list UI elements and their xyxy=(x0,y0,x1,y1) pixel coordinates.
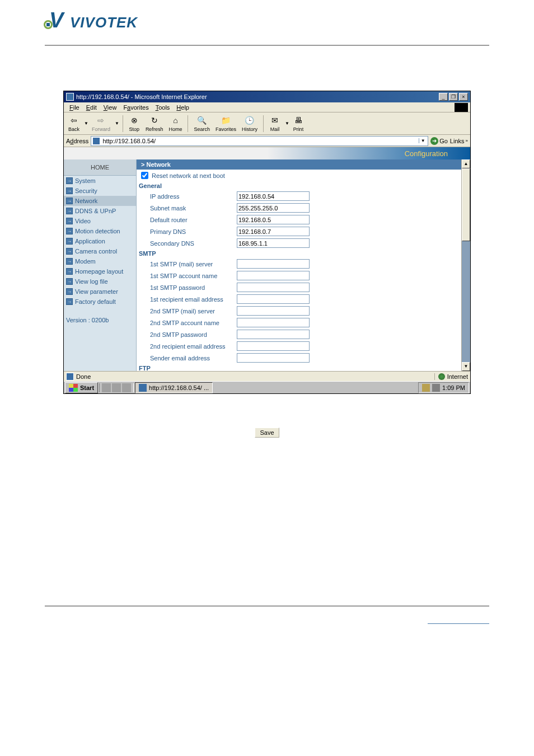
save-button[interactable]: Save xyxy=(255,428,279,438)
address-input-wrap: ▼ xyxy=(91,136,428,146)
sidebar-item-factory[interactable]: →Factory default xyxy=(64,297,136,307)
scroll-thumb[interactable] xyxy=(462,168,470,241)
sidebar-item-parameter[interactable]: →View parameter xyxy=(64,287,136,297)
logo-mark: V xyxy=(45,11,67,34)
quick-launch-icon-3[interactable] xyxy=(122,383,131,392)
secondary-dns-label: Secondary DNS xyxy=(150,240,237,247)
address-dropdown[interactable]: ▼ xyxy=(419,138,427,143)
menu-help[interactable]: Help xyxy=(173,103,193,112)
sidebar-item-log[interactable]: →View log file xyxy=(64,276,136,287)
address-input[interactable] xyxy=(102,138,419,144)
minimize-button[interactable]: _ xyxy=(439,93,448,101)
sidebar-item-system[interactable]: →System xyxy=(64,176,136,186)
smtp-server1-input[interactable] xyxy=(237,259,310,269)
mail-button[interactable]: ✉ Mail xyxy=(267,114,283,133)
start-button[interactable]: Start xyxy=(65,382,98,393)
menu-favorites[interactable]: Favorites xyxy=(120,103,152,112)
smtp-server2-input[interactable] xyxy=(237,306,310,316)
sidebar-version: Version : 0200b xyxy=(64,307,136,326)
arrow-icon: → xyxy=(66,298,73,305)
refresh-button[interactable]: ↻ Refresh xyxy=(143,114,166,133)
history-button[interactable]: 🕒 History xyxy=(240,114,260,133)
favorites-icon: 📁 xyxy=(220,115,231,126)
status-text: Done xyxy=(76,373,434,380)
menu-file[interactable]: File xyxy=(66,103,83,112)
quick-launch-icon-1[interactable] xyxy=(102,383,111,392)
smtp-sender-input[interactable] xyxy=(237,353,310,363)
quick-launch xyxy=(99,383,134,392)
print-button[interactable]: 🖶 Print xyxy=(291,114,306,133)
sidebar-item-motion[interactable]: →Motion detection xyxy=(64,226,136,236)
smtp-account1-input[interactable] xyxy=(237,271,310,280)
default-router-input[interactable] xyxy=(237,215,310,224)
smtp-password1-label: 1st SMTP password xyxy=(150,284,237,291)
section-header-network: Network xyxy=(137,159,470,170)
favorites-button[interactable]: 📁 Favorites xyxy=(213,114,238,133)
reset-network-checkbox[interactable] xyxy=(141,172,148,179)
home-button[interactable]: ⌂ Home xyxy=(166,114,184,133)
go-button[interactable]: ➜ Go xyxy=(430,137,448,145)
sidebar-item-modem[interactable]: →Modem xyxy=(64,256,136,266)
smtp-account2-label: 2nd SMTP account name xyxy=(150,320,237,326)
menu-tools[interactable]: Tools xyxy=(152,103,174,112)
smtp-password1-input[interactable] xyxy=(237,283,310,292)
menu-edit[interactable]: Edit xyxy=(83,103,100,112)
forward-button[interactable]: ⇨ Forward xyxy=(90,114,113,133)
smtp-recipient2-label: 2nd recipient email address xyxy=(150,343,237,350)
smtp-recipient2-input[interactable] xyxy=(237,341,310,351)
header-rule xyxy=(45,45,489,46)
taskbar-ie-button[interactable]: http://192.168.0.54/ ... xyxy=(135,382,213,393)
sidebar-item-security[interactable]: →Security xyxy=(64,186,136,196)
sidebar-item-camera[interactable]: →Camera control xyxy=(64,246,136,256)
maximize-button[interactable]: ❐ xyxy=(449,93,458,101)
search-button[interactable]: 🔍 Search xyxy=(191,114,212,133)
mail-dropdown[interactable]: ▼ xyxy=(285,121,289,126)
ip-address-input[interactable] xyxy=(237,191,310,201)
page-header: V VIVOTEK xyxy=(0,0,534,39)
sidebar-item-ddns[interactable]: →DDNS & UPnP xyxy=(64,206,136,216)
refresh-icon: ↻ xyxy=(149,115,160,126)
sidebar-item-homepage[interactable]: →Homepage layout xyxy=(64,266,136,276)
primary-dns-input[interactable] xyxy=(237,227,310,236)
back-button[interactable]: ⇦ Back xyxy=(66,114,82,133)
smtp-account1-label: 1st SMTP account name xyxy=(150,273,237,279)
home-icon: ⌂ xyxy=(170,115,181,126)
scroll-up-button[interactable]: ▲ xyxy=(462,159,470,168)
smtp-account2-input[interactable] xyxy=(237,318,310,327)
status-page-icon xyxy=(66,373,74,381)
forward-dropdown[interactable]: ▼ xyxy=(115,121,119,126)
scroll-down-button[interactable]: ▼ xyxy=(462,362,470,371)
links-button[interactable]: Links » xyxy=(450,138,468,144)
smtp-server1-label: 1st SMTP (mail) server xyxy=(150,261,237,267)
logo-text: VIVOTEK xyxy=(70,14,138,31)
general-label: General xyxy=(137,181,470,190)
tray-volume-icon[interactable] xyxy=(432,384,440,392)
smtp-recipient1-input[interactable] xyxy=(237,294,310,304)
ie-task-icon xyxy=(139,384,147,392)
config-banner: Configuration xyxy=(64,147,470,159)
main-panel: Network Reset network at next boot Gener… xyxy=(137,159,470,371)
footer-accent-line xyxy=(428,623,489,624)
sidebar-home[interactable]: HOME xyxy=(64,159,136,176)
menu-view[interactable]: View xyxy=(100,103,120,112)
quick-launch-icon-2[interactable] xyxy=(112,383,121,392)
sidebar-item-application[interactable]: →Application xyxy=(64,236,136,246)
history-icon: 🕒 xyxy=(244,115,255,126)
print-icon: 🖶 xyxy=(293,115,304,126)
back-dropdown[interactable]: ▼ xyxy=(84,121,88,126)
sidebar-item-video[interactable]: →Video xyxy=(64,216,136,226)
ie-icon xyxy=(66,93,74,101)
go-icon: ➜ xyxy=(430,137,438,145)
stop-button[interactable]: ⊗ Stop xyxy=(127,114,142,133)
arrow-icon: → xyxy=(66,288,73,295)
tray-icon-1[interactable] xyxy=(422,384,430,392)
scroll-track-lower[interactable] xyxy=(462,241,470,362)
smtp-password2-input[interactable] xyxy=(237,330,310,339)
arrow-icon: → xyxy=(66,177,73,184)
reset-network-label: Reset network at next boot xyxy=(152,172,225,179)
arrow-icon: → xyxy=(66,278,73,285)
subnet-mask-input[interactable] xyxy=(237,203,310,213)
secondary-dns-input[interactable] xyxy=(237,238,310,248)
sidebar-item-network[interactable]: →Network xyxy=(64,196,136,206)
close-button[interactable]: × xyxy=(459,93,468,101)
